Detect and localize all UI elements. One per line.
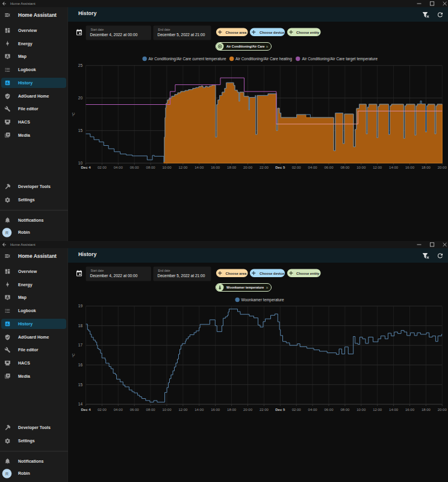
svg-text:12:00: 12:00: [178, 166, 188, 169]
svg-text:20:00: 20:00: [438, 408, 447, 412]
svg-text:Choose entity: Choose entity: [296, 272, 320, 275]
svg-text:10:00: 10:00: [356, 408, 366, 412]
svg-text:17: 17: [78, 343, 83, 347]
svg-text:08:00: 08:00: [340, 166, 350, 169]
svg-text:06:00: 06:00: [324, 166, 334, 169]
svg-text:12:00: 12:00: [373, 408, 382, 412]
svg-text:Home Assistant: Home Assistant: [18, 253, 57, 259]
svg-text:12:00: 12:00: [373, 166, 382, 169]
svg-text:×: ×: [266, 285, 269, 289]
svg-text:Choose area: Choose area: [226, 272, 247, 275]
svg-text:Home Assistant: Home Assistant: [18, 12, 57, 18]
svg-text:12:00: 12:00: [178, 408, 188, 412]
svg-text:18:00: 18:00: [422, 166, 431, 169]
svg-text:14:00: 14:00: [194, 166, 204, 169]
svg-text:16:00: 16:00: [211, 408, 220, 412]
svg-text:°C: °C: [72, 353, 76, 357]
svg-text:End date: End date: [158, 269, 170, 272]
svg-text:Choose area: Choose area: [226, 31, 247, 34]
svg-text:×: ×: [266, 44, 269, 48]
svg-text:02:00: 02:00: [98, 166, 107, 169]
svg-text:Choose entity: Choose entity: [296, 31, 320, 34]
svg-text:02:00: 02:00: [292, 408, 302, 412]
svg-text:18:00: 18:00: [227, 408, 237, 412]
svg-text:Dec 4: Dec 4: [81, 166, 91, 169]
svg-text:Dec 5: Dec 5: [275, 408, 285, 412]
svg-text:02:00: 02:00: [292, 166, 302, 169]
svg-text:End date: End date: [158, 28, 170, 31]
svg-text:14:00: 14:00: [389, 408, 399, 412]
svg-text:08:00: 08:00: [340, 408, 350, 412]
svg-text:04:00: 04:00: [114, 408, 123, 412]
svg-text:15: 15: [78, 383, 83, 387]
svg-text:20:00: 20:00: [438, 166, 447, 169]
svg-text:19: 19: [78, 304, 83, 308]
svg-text:Start date: Start date: [91, 269, 104, 272]
svg-text:Choose device: Choose device: [260, 31, 285, 34]
svg-text:Dec 5: Dec 5: [275, 166, 285, 169]
svg-text:December 4, 2022 at 00:00: December 4, 2022 at 00:00: [90, 33, 138, 37]
svg-text:04:00: 04:00: [114, 166, 123, 169]
svg-text:16: 16: [78, 363, 83, 367]
svg-text:06:00: 06:00: [130, 408, 140, 412]
svg-text:16:00: 16:00: [405, 408, 415, 412]
svg-text:02:00: 02:00: [98, 408, 107, 412]
svg-text:14:00: 14:00: [389, 166, 399, 169]
svg-text:10:00: 10:00: [356, 166, 366, 169]
svg-text:December 5, 2022 at 21:00: December 5, 2022 at 21:00: [158, 33, 205, 37]
svg-text:14: 14: [78, 402, 83, 406]
svg-text:Woonkamer temperature: Woonkamer temperature: [226, 286, 264, 289]
svg-text:04:00: 04:00: [308, 166, 318, 169]
svg-text:16:00: 16:00: [211, 166, 220, 169]
svg-text:December 5, 2022 at 21:00: December 5, 2022 at 21:00: [158, 274, 205, 278]
svg-text:Dec 4: Dec 4: [81, 408, 91, 412]
svg-text:°C: °C: [72, 112, 76, 116]
svg-text:10:00: 10:00: [162, 408, 172, 412]
svg-text:Start date: Start date: [91, 28, 104, 31]
svg-text:15: 15: [78, 128, 83, 133]
svg-text:04:00: 04:00: [308, 408, 318, 412]
svg-text:06:00: 06:00: [130, 166, 140, 169]
svg-text:18:00: 18:00: [227, 166, 237, 169]
svg-text:14:00: 14:00: [194, 408, 204, 412]
svg-text:25: 25: [78, 63, 83, 67]
svg-text:Choose device: Choose device: [260, 272, 285, 275]
svg-text:22:00: 22:00: [260, 408, 269, 412]
svg-text:20:00: 20:00: [243, 408, 253, 412]
svg-text:20: 20: [78, 96, 83, 100]
svg-text:18: 18: [78, 324, 83, 328]
svg-text:08:00: 08:00: [146, 166, 156, 169]
svg-text:18:00: 18:00: [422, 408, 431, 412]
svg-text:06:00: 06:00: [324, 408, 334, 412]
svg-text:10:00: 10:00: [162, 166, 172, 169]
svg-text:16:00: 16:00: [405, 166, 415, 169]
svg-text:December 4, 2022 at 00:00: December 4, 2022 at 00:00: [90, 274, 138, 278]
svg-text:Air Conditioning/Air Care: Air Conditioning/Air Care: [226, 45, 265, 48]
svg-text:22:00: 22:00: [260, 166, 269, 169]
svg-text:08:00: 08:00: [146, 408, 156, 412]
svg-text:20:00: 20:00: [243, 166, 253, 169]
svg-text:10: 10: [78, 161, 83, 165]
